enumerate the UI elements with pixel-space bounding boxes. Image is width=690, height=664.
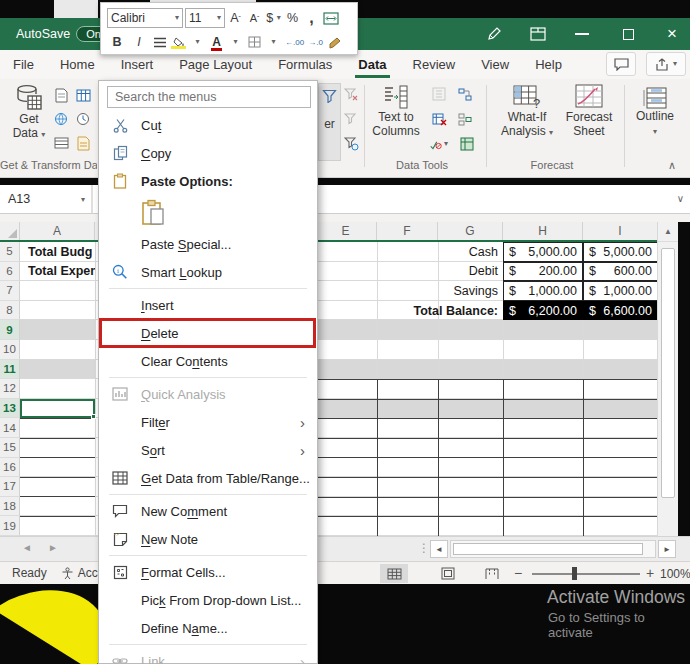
row-header-16[interactable]: 16 <box>0 458 20 478</box>
increase-decimal-icon[interactable]: ←.00 <box>284 32 305 52</box>
font-name-select[interactable]: Calibri▾ <box>107 8 183 28</box>
bold-button[interactable]: B <box>107 32 127 52</box>
manage-data-model-icon[interactable] <box>458 135 476 153</box>
from-text-csv-icon[interactable] <box>52 86 70 104</box>
forecast-sheet-button[interactable]: ForecastSheet <box>560 84 618 138</box>
filter-button-fragment[interactable]: er <box>318 83 341 161</box>
tab-help[interactable]: Help <box>522 50 575 79</box>
col-header-G[interactable]: G <box>438 222 503 240</box>
row-header-7[interactable]: 7 <box>0 281 20 301</box>
outline-button[interactable]: Outline▾ <box>630 87 680 137</box>
fill-color-dropdown[interactable]: ▾ <box>189 32 206 52</box>
sheet-nav-right-icon[interactable]: ► <box>48 542 58 553</box>
menu-item-filter[interactable]: Filter › <box>99 408 317 436</box>
row-header-5[interactable]: 5 <box>0 242 20 262</box>
scroll-right-icon[interactable]: ► <box>658 540 676 558</box>
menu-item-new-note[interactable]: New Note <box>99 525 317 553</box>
existing-connections-icon[interactable] <box>74 134 92 152</box>
active-cell-A13[interactable] <box>20 399 95 419</box>
autosave-toggle[interactable]: AutoSave On <box>16 26 111 42</box>
close-button[interactable]: × <box>652 18 690 50</box>
clear-filter-icon[interactable] <box>342 85 360 103</box>
menu-search-input[interactable] <box>107 86 311 108</box>
grow-font-button[interactable]: Aˆ <box>227 8 244 28</box>
share-icon[interactable]: ▾ <box>646 52 686 76</box>
zoom-slider[interactable] <box>532 573 640 575</box>
formula-bar-expand-icon[interactable]: ∨ <box>677 194 684 204</box>
draw-pen-icon[interactable] <box>474 18 514 50</box>
menu-item-paste-special[interactable]: Paste Special... <box>99 230 317 258</box>
row-header-12[interactable]: 12 <box>0 379 20 399</box>
border-dropdown[interactable]: ▾ <box>265 32 282 52</box>
border-grid-button[interactable] <box>246 32 263 52</box>
name-box[interactable]: A13 ▾ <box>0 185 93 213</box>
cell-I8[interactable]: $6,600.00 <box>583 301 658 321</box>
menu-item-copy[interactable]: Copy <box>99 139 317 167</box>
text-to-columns-button[interactable]: Text toColumns <box>368 84 424 138</box>
ribbon-display-options-icon[interactable] <box>518 18 558 50</box>
from-web-icon[interactable] <box>52 110 70 128</box>
borders-lines-icon[interactable] <box>151 32 168 52</box>
vertical-scrollbar-thumb[interactable] <box>661 248 675 498</box>
font-size-select[interactable]: 11▾ <box>185 8 225 28</box>
cell-A5[interactable]: Total Budg <box>22 242 95 262</box>
col-header-A[interactable]: A <box>20 222 95 240</box>
tab-view[interactable]: View <box>468 50 522 79</box>
tab-home[interactable]: Home <box>47 50 108 79</box>
scroll-up-icon[interactable]: ▲ <box>658 222 678 242</box>
sheet-nav-left-icon[interactable]: ◄ <box>22 542 32 553</box>
zoom-slider-handle[interactable] <box>572 567 577 580</box>
percent-style-button[interactable]: % <box>284 8 301 28</box>
cell-H8[interactable]: $6,200.00 <box>503 301 583 321</box>
menu-item-cut[interactable]: Cut <box>99 111 317 139</box>
cell-I5[interactable]: $5,000.00 <box>583 242 658 262</box>
collapse-ribbon-icon[interactable]: ∧ <box>668 159 676 172</box>
scrollbar-resize-dots[interactable]: ⋮ <box>418 541 430 555</box>
menu-item-get-data-from-table[interactable]: Get Data from Table/Range... <box>99 464 317 492</box>
zoom-in-icon[interactable]: + <box>646 565 654 581</box>
font-color-button[interactable]: A <box>208 32 225 52</box>
data-validation-icon[interactable]: ▾ <box>430 135 448 153</box>
row-header-10[interactable]: 10 <box>0 340 20 360</box>
consolidate-icon[interactable] <box>456 110 474 128</box>
merge-center-icon[interactable] <box>322 8 340 28</box>
menu-item-define-name[interactable]: Define Name... <box>99 614 317 642</box>
flash-fill-icon[interactable] <box>430 85 448 103</box>
cell-I6[interactable]: $600.00 <box>583 262 658 282</box>
col-header-E[interactable]: E <box>315 222 377 240</box>
minimize-button[interactable] <box>562 18 602 50</box>
maximize-button[interactable] <box>608 18 648 50</box>
cell-G6[interactable]: Debit <box>438 262 503 282</box>
menu-item-new-comment[interactable]: New Comment <box>99 497 317 525</box>
horizontal-scrollbar[interactable] <box>450 540 656 558</box>
row-header-11[interactable]: 11 <box>0 360 20 380</box>
get-data-button[interactable]: Get Data ▾ <box>8 84 50 140</box>
italic-button[interactable]: I <box>129 32 149 52</box>
remove-duplicates-icon[interactable] <box>430 110 448 128</box>
reapply-filter-icon[interactable] <box>342 110 360 128</box>
fill-color-button[interactable] <box>170 32 187 52</box>
what-if-analysis-button[interactable]: ? What-IfAnalysis ▾ <box>496 84 558 138</box>
fill-handle[interactable] <box>91 414 96 419</box>
menu-item-smart-lookup[interactable]: i Smart Lookup <box>99 258 317 286</box>
page-break-preview-icon[interactable] <box>478 564 506 583</box>
menu-item-insert[interactable]: Insert <box>99 291 317 319</box>
row-header-9[interactable]: 9 <box>0 320 20 340</box>
row-header-18[interactable]: 18 <box>0 497 20 517</box>
normal-view-icon[interactable] <box>380 564 408 583</box>
cell-G5[interactable]: Cash <box>438 242 503 262</box>
cell-G8[interactable]: Total Balance: <box>403 301 503 321</box>
cell-H5[interactable]: $5,000.00 <box>503 242 583 262</box>
tab-review[interactable]: Review <box>400 50 469 79</box>
recent-sources-icon[interactable] <box>74 110 92 128</box>
menu-item-pick-from-dropdown-list[interactable]: Pick From Drop-down List... <box>99 586 317 614</box>
row-header-14[interactable]: 14 <box>0 418 20 438</box>
zoom-out-icon[interactable]: − <box>514 565 522 581</box>
comments-icon[interactable] <box>606 52 636 76</box>
advanced-filter-icon[interactable] <box>342 135 360 153</box>
from-table-range-icon[interactable] <box>74 86 92 104</box>
col-header-H[interactable]: H <box>503 222 583 240</box>
paste-icon[interactable] <box>141 199 165 226</box>
page-layout-view-icon[interactable] <box>434 564 462 583</box>
row-header-19[interactable]: 19 <box>0 516 20 536</box>
